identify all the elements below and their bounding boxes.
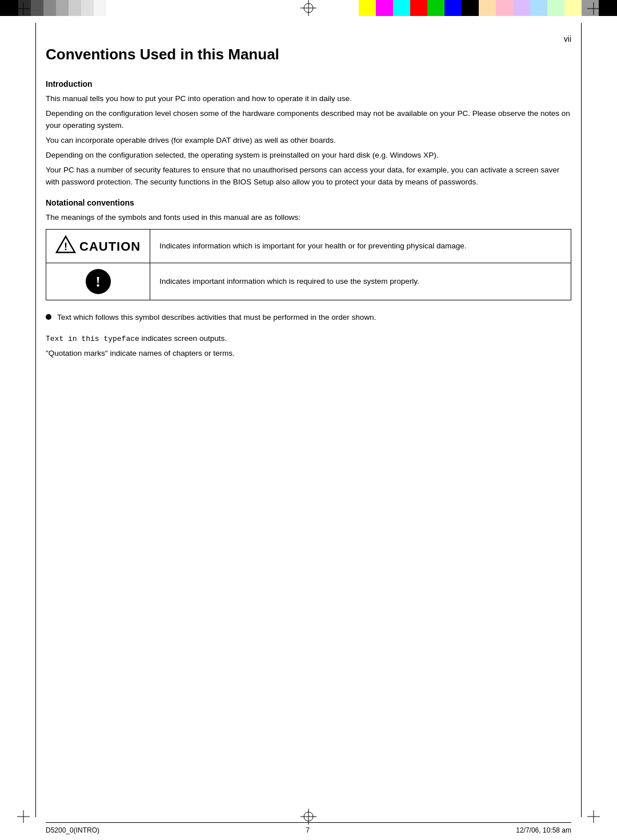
bullet-text: Text which follows this symbol describes… <box>57 312 376 323</box>
caution-description: Indicates information which is important… <box>150 230 571 263</box>
caution-symbol: ! CAUTION <box>55 235 141 257</box>
page: vii Conventions Used in this Manual Intr… <box>0 0 617 840</box>
main-content: Conventions Used in this Manual Introduc… <box>46 34 571 794</box>
typeface-line: Text in this typeface indicates screen o… <box>46 333 571 345</box>
right-border-line <box>581 23 582 817</box>
reg-mark-top-left-icon <box>17 2 30 15</box>
important-icon-cell: ! <box>46 263 150 300</box>
intro-para-3: You can incorporate operable drives (for… <box>46 135 571 146</box>
mono-text: Text in this typeface <box>46 335 139 343</box>
footer-left: D5200_0(INTRO) <box>46 826 99 834</box>
reg-mark-bottom-right-icon <box>587 810 600 823</box>
conventions-table: ! CAUTION Indicates information which is… <box>46 229 571 300</box>
left-border-line <box>35 23 36 817</box>
notational-heading: Notational conventions <box>46 198 571 207</box>
bullet-item: Text which follows this symbol describes… <box>46 312 571 323</box>
bullet-dot-icon <box>46 314 51 320</box>
following-text: indicates screen outputs. <box>139 334 227 343</box>
reg-mark-top-right-icon <box>587 2 600 15</box>
footer: D5200_0(INTRO) 7 12/7/06, 10:58 am <box>46 822 571 834</box>
important-description: Indicates important information which is… <box>150 263 571 300</box>
introduction-heading: Introduction <box>46 79 571 89</box>
typeface-section: Text in this typeface indicates screen o… <box>46 333 571 360</box>
table-row-caution: ! CAUTION Indicates information which is… <box>46 230 571 263</box>
important-icon: ! <box>86 269 111 294</box>
table-row-important: ! Indicates important information which … <box>46 263 571 300</box>
reg-mark-bottom-left-icon <box>17 810 30 823</box>
caution-label: CAUTION <box>79 237 141 256</box>
bullet-section: Text which follows this symbol describes… <box>46 312 571 323</box>
intro-para-4: Depending on the configuration selected,… <box>46 150 571 161</box>
intro-para-5: Your PC has a number of security feature… <box>46 164 571 188</box>
quotation-text: "Quotation marks" indicate names of chap… <box>46 348 571 359</box>
footer-right: 12/7/06, 10:58 am <box>516 826 571 834</box>
notational-section: Notational conventions The meanings of t… <box>46 198 571 301</box>
intro-para-1: This manual tells you how to put your PC… <box>46 93 571 105</box>
caution-triangle-icon: ! <box>55 235 76 257</box>
intro-para-2: Depending on the configuration level cho… <box>46 108 571 131</box>
page-title: Conventions Used in this Manual <box>46 46 571 63</box>
introduction-section: Introduction This manual tells you how t… <box>46 79 571 188</box>
svg-text:!: ! <box>64 241 67 252</box>
notational-intro: The meanings of the symbols and fonts us… <box>46 212 571 223</box>
caution-icon-cell: ! CAUTION <box>46 230 150 263</box>
footer-center: 7 <box>306 826 310 834</box>
crosshair-top-center-icon <box>301 0 316 18</box>
